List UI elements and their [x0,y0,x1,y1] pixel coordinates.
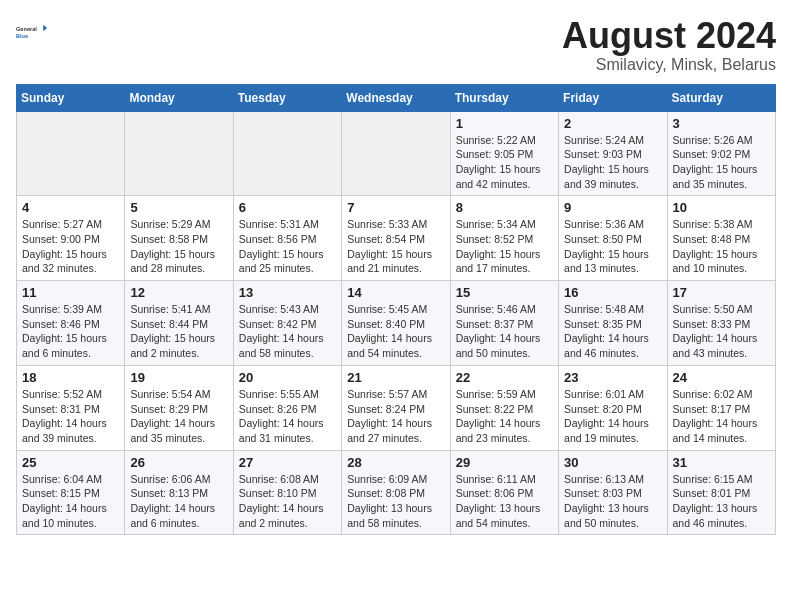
weekday-header-row: SundayMondayTuesdayWednesdayThursdayFrid… [17,84,776,111]
day-info: Sunrise: 6:01 AM Sunset: 8:20 PM Dayligh… [564,387,661,446]
weekday-header: Monday [125,84,233,111]
logo-icon: GeneralBlue [16,16,48,48]
calendar-cell: 10Sunrise: 5:38 AM Sunset: 8:48 PM Dayli… [667,196,775,281]
day-number: 6 [239,200,336,215]
calendar-cell: 23Sunrise: 6:01 AM Sunset: 8:20 PM Dayli… [559,365,667,450]
weekday-header: Tuesday [233,84,341,111]
day-number: 21 [347,370,444,385]
day-number: 25 [22,455,119,470]
day-info: Sunrise: 6:08 AM Sunset: 8:10 PM Dayligh… [239,472,336,531]
day-info: Sunrise: 5:29 AM Sunset: 8:58 PM Dayligh… [130,217,227,276]
calendar-cell: 11Sunrise: 5:39 AM Sunset: 8:46 PM Dayli… [17,281,125,366]
day-info: Sunrise: 6:09 AM Sunset: 8:08 PM Dayligh… [347,472,444,531]
calendar-cell: 31Sunrise: 6:15 AM Sunset: 8:01 PM Dayli… [667,450,775,535]
day-info: Sunrise: 6:06 AM Sunset: 8:13 PM Dayligh… [130,472,227,531]
calendar-cell: 4Sunrise: 5:27 AM Sunset: 9:00 PM Daylig… [17,196,125,281]
page-header: GeneralBlue August 2024 Smilavicy, Minsk… [16,16,776,74]
day-number: 12 [130,285,227,300]
svg-text:General: General [16,26,37,32]
day-number: 20 [239,370,336,385]
calendar-cell [342,111,450,196]
title-block: August 2024 Smilavicy, Minsk, Belarus [562,16,776,74]
calendar-cell: 8Sunrise: 5:34 AM Sunset: 8:52 PM Daylig… [450,196,558,281]
day-info: Sunrise: 5:57 AM Sunset: 8:24 PM Dayligh… [347,387,444,446]
calendar-cell: 27Sunrise: 6:08 AM Sunset: 8:10 PM Dayli… [233,450,341,535]
calendar-cell: 15Sunrise: 5:46 AM Sunset: 8:37 PM Dayli… [450,281,558,366]
day-number: 1 [456,116,553,131]
calendar-table: SundayMondayTuesdayWednesdayThursdayFrid… [16,84,776,536]
calendar-cell: 22Sunrise: 5:59 AM Sunset: 8:22 PM Dayli… [450,365,558,450]
calendar-cell: 16Sunrise: 5:48 AM Sunset: 8:35 PM Dayli… [559,281,667,366]
calendar-cell: 14Sunrise: 5:45 AM Sunset: 8:40 PM Dayli… [342,281,450,366]
day-info: Sunrise: 5:39 AM Sunset: 8:46 PM Dayligh… [22,302,119,361]
day-info: Sunrise: 5:52 AM Sunset: 8:31 PM Dayligh… [22,387,119,446]
day-info: Sunrise: 5:36 AM Sunset: 8:50 PM Dayligh… [564,217,661,276]
calendar-week-row: 4Sunrise: 5:27 AM Sunset: 9:00 PM Daylig… [17,196,776,281]
day-number: 13 [239,285,336,300]
day-number: 2 [564,116,661,131]
calendar-cell: 19Sunrise: 5:54 AM Sunset: 8:29 PM Dayli… [125,365,233,450]
weekday-header: Friday [559,84,667,111]
calendar-cell [233,111,341,196]
calendar-cell: 26Sunrise: 6:06 AM Sunset: 8:13 PM Dayli… [125,450,233,535]
day-info: Sunrise: 5:27 AM Sunset: 9:00 PM Dayligh… [22,217,119,276]
day-number: 31 [673,455,770,470]
calendar-cell: 30Sunrise: 6:13 AM Sunset: 8:03 PM Dayli… [559,450,667,535]
day-number: 18 [22,370,119,385]
calendar-cell: 9Sunrise: 5:36 AM Sunset: 8:50 PM Daylig… [559,196,667,281]
calendar-cell: 1Sunrise: 5:22 AM Sunset: 9:05 PM Daylig… [450,111,558,196]
day-info: Sunrise: 5:43 AM Sunset: 8:42 PM Dayligh… [239,302,336,361]
day-info: Sunrise: 5:48 AM Sunset: 8:35 PM Dayligh… [564,302,661,361]
day-info: Sunrise: 6:02 AM Sunset: 8:17 PM Dayligh… [673,387,770,446]
day-info: Sunrise: 5:46 AM Sunset: 8:37 PM Dayligh… [456,302,553,361]
calendar-cell [125,111,233,196]
day-number: 17 [673,285,770,300]
day-info: Sunrise: 5:50 AM Sunset: 8:33 PM Dayligh… [673,302,770,361]
day-info: Sunrise: 6:15 AM Sunset: 8:01 PM Dayligh… [673,472,770,531]
calendar-cell: 29Sunrise: 6:11 AM Sunset: 8:06 PM Dayli… [450,450,558,535]
day-number: 10 [673,200,770,215]
day-info: Sunrise: 5:45 AM Sunset: 8:40 PM Dayligh… [347,302,444,361]
day-info: Sunrise: 5:59 AM Sunset: 8:22 PM Dayligh… [456,387,553,446]
calendar-week-row: 18Sunrise: 5:52 AM Sunset: 8:31 PM Dayli… [17,365,776,450]
day-info: Sunrise: 5:31 AM Sunset: 8:56 PM Dayligh… [239,217,336,276]
weekday-header: Thursday [450,84,558,111]
day-number: 26 [130,455,227,470]
calendar-cell: 17Sunrise: 5:50 AM Sunset: 8:33 PM Dayli… [667,281,775,366]
day-number: 22 [456,370,553,385]
day-info: Sunrise: 5:34 AM Sunset: 8:52 PM Dayligh… [456,217,553,276]
day-number: 24 [673,370,770,385]
day-info: Sunrise: 5:33 AM Sunset: 8:54 PM Dayligh… [347,217,444,276]
day-number: 5 [130,200,227,215]
svg-marker-2 [43,25,47,31]
logo: GeneralBlue [16,16,48,48]
day-info: Sunrise: 5:24 AM Sunset: 9:03 PM Dayligh… [564,133,661,192]
calendar-cell: 18Sunrise: 5:52 AM Sunset: 8:31 PM Dayli… [17,365,125,450]
day-info: Sunrise: 6:11 AM Sunset: 8:06 PM Dayligh… [456,472,553,531]
calendar-cell: 5Sunrise: 5:29 AM Sunset: 8:58 PM Daylig… [125,196,233,281]
day-number: 28 [347,455,444,470]
day-number: 16 [564,285,661,300]
weekday-header: Sunday [17,84,125,111]
day-number: 8 [456,200,553,215]
calendar-cell: 24Sunrise: 6:02 AM Sunset: 8:17 PM Dayli… [667,365,775,450]
day-number: 30 [564,455,661,470]
calendar-cell: 20Sunrise: 5:55 AM Sunset: 8:26 PM Dayli… [233,365,341,450]
day-number: 15 [456,285,553,300]
calendar-cell: 2Sunrise: 5:24 AM Sunset: 9:03 PM Daylig… [559,111,667,196]
day-info: Sunrise: 5:26 AM Sunset: 9:02 PM Dayligh… [673,133,770,192]
calendar-cell [17,111,125,196]
day-number: 27 [239,455,336,470]
day-number: 7 [347,200,444,215]
day-info: Sunrise: 5:38 AM Sunset: 8:48 PM Dayligh… [673,217,770,276]
day-info: Sunrise: 6:04 AM Sunset: 8:15 PM Dayligh… [22,472,119,531]
day-number: 11 [22,285,119,300]
svg-text:Blue: Blue [16,33,28,39]
page-subtitle: Smilavicy, Minsk, Belarus [562,56,776,74]
day-number: 14 [347,285,444,300]
calendar-week-row: 25Sunrise: 6:04 AM Sunset: 8:15 PM Dayli… [17,450,776,535]
weekday-header: Saturday [667,84,775,111]
calendar-cell: 21Sunrise: 5:57 AM Sunset: 8:24 PM Dayli… [342,365,450,450]
calendar-cell: 7Sunrise: 5:33 AM Sunset: 8:54 PM Daylig… [342,196,450,281]
day-info: Sunrise: 5:22 AM Sunset: 9:05 PM Dayligh… [456,133,553,192]
